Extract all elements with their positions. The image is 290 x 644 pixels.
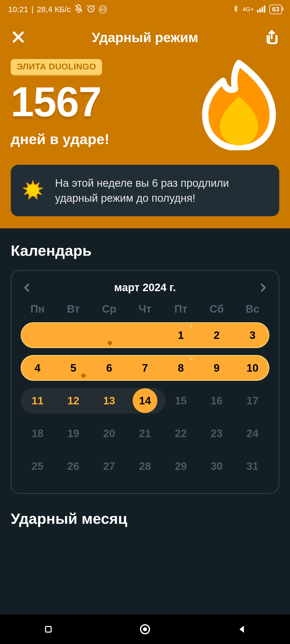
calendar-month-label: март 2024 г. — [114, 281, 176, 294]
calendar-day[interactable]: 30 — [199, 453, 234, 480]
share-icon[interactable] — [264, 30, 279, 46]
calendar-section: Календарь март 2024 г. Пн Вт Ср Чт Пт Сб… — [0, 228, 290, 527]
calendar-day[interactable]: 16 — [199, 387, 234, 414]
weekday-label: Ср — [91, 303, 127, 315]
svg-rect-12 — [46, 627, 51, 632]
calendar-day[interactable]: 20 — [91, 420, 127, 447]
system-nav-bar — [0, 614, 290, 644]
page-title: Ударный режим — [92, 30, 198, 45]
svg-point-9 — [27, 184, 39, 196]
calendar-day[interactable]: 17 — [235, 387, 270, 414]
nav-home-button[interactable] — [137, 621, 153, 637]
calendar-title: Календарь — [11, 242, 279, 259]
calendar-day[interactable]: 18 — [20, 420, 55, 447]
sun-icon — [21, 179, 44, 203]
calendar-day[interactable]: 22 — [163, 420, 199, 447]
prev-month-button[interactable] — [22, 283, 32, 292]
calendar-day[interactable]: 26 — [55, 453, 91, 480]
streak-count: 1567 — [11, 81, 199, 123]
svg-rect-5 — [264, 5, 266, 12]
calendar-day[interactable]: 15 — [163, 387, 199, 414]
calendar-day[interactable]: 28 — [127, 453, 163, 480]
status-right: 4G+ 63 — [232, 4, 282, 15]
weekly-info-card: На этой неделе вы 6 раз продлили ударный… — [11, 165, 279, 216]
streak-band — [21, 322, 269, 348]
streak-month-title: Ударный месяц — [11, 510, 279, 527]
alarm-icon — [86, 4, 96, 15]
elite-badge: ЭЛИТА DUOLINGO — [11, 59, 102, 76]
calendar-day[interactable]: 23 — [199, 420, 234, 447]
svg-point-14 — [143, 627, 147, 631]
calendar-day[interactable]: 19 — [55, 420, 91, 447]
calendar-day[interactable]: 24 — [235, 420, 270, 447]
status-speed: 28,4 КБ/с — [37, 5, 71, 14]
status-separator: | — [31, 5, 34, 14]
signal-icon — [257, 5, 266, 14]
weekday-label: Чт — [127, 303, 163, 315]
calendar-header: март 2024 г. — [20, 281, 270, 294]
calendar-day[interactable]: 21 — [127, 420, 163, 447]
svg-marker-10 — [189, 324, 194, 329]
svg-rect-3 — [259, 9, 261, 12]
mute-icon — [74, 4, 83, 15]
weekly-info-text: На этой неделе вы 6 раз продлили ударный… — [55, 175, 269, 206]
sparkle-icon — [189, 324, 194, 329]
calendar-card: март 2024 г. Пн Вт Ср Чт Пт Сб Вс 1 2 — [11, 270, 279, 494]
next-month-button[interactable] — [258, 283, 268, 292]
sparkle-icon — [189, 357, 194, 361]
streak-subtitle: дней в ударе! — [11, 131, 199, 147]
calendar-day[interactable]: 25 — [20, 453, 55, 480]
calendar-day[interactable]: 31 — [235, 453, 270, 480]
weekday-label: Сб — [199, 303, 234, 315]
svg-marker-11 — [189, 357, 194, 361]
status-left: 10:21 | 28,4 КБ/с 63 — [8, 4, 107, 15]
close-icon[interactable] — [11, 30, 26, 46]
bluetooth-icon — [232, 4, 239, 15]
svg-rect-4 — [262, 7, 263, 12]
weekday-label: Вт — [55, 303, 91, 315]
svg-line-0 — [75, 5, 82, 12]
calendar-day[interactable]: 27 — [91, 453, 127, 480]
weekday-label: Пн — [20, 303, 55, 315]
weekday-label: Вс — [235, 303, 270, 315]
status-battery-small: 63 — [99, 5, 107, 13]
nav-back-button[interactable] — [234, 621, 250, 637]
status-bar: 10:21 | 28,4 КБ/с 63 4G+ 63 — [0, 0, 290, 19]
status-time: 10:21 — [8, 5, 28, 14]
nav-recent-button[interactable] — [40, 621, 56, 637]
streak-row: ЭЛИТА DUOLINGO 1567 дней в ударе! — [11, 59, 279, 151]
header-row: Ударный режим — [11, 30, 279, 46]
weekday-row: Пн Вт Ср Чт Пт Сб Вс — [20, 303, 270, 315]
calendar-grid: 1 2 3 4 5 6 7 8 9 10 11 12 13 14 15 16 1… — [20, 322, 270, 480]
calendar-day[interactable]: 29 — [163, 453, 199, 480]
streak-hero: Ударный режим ЭЛИТА DUOLINGO 1567 дней в… — [0, 19, 290, 228]
svg-rect-2 — [257, 10, 259, 12]
battery-icon: 63 — [269, 5, 282, 14]
weekday-label: Пт — [163, 303, 199, 315]
network-label: 4G+ — [242, 6, 254, 13]
flame-icon — [199, 59, 279, 151]
streak-info: ЭЛИТА DUOLINGO 1567 дней в ударе! — [11, 59, 199, 147]
